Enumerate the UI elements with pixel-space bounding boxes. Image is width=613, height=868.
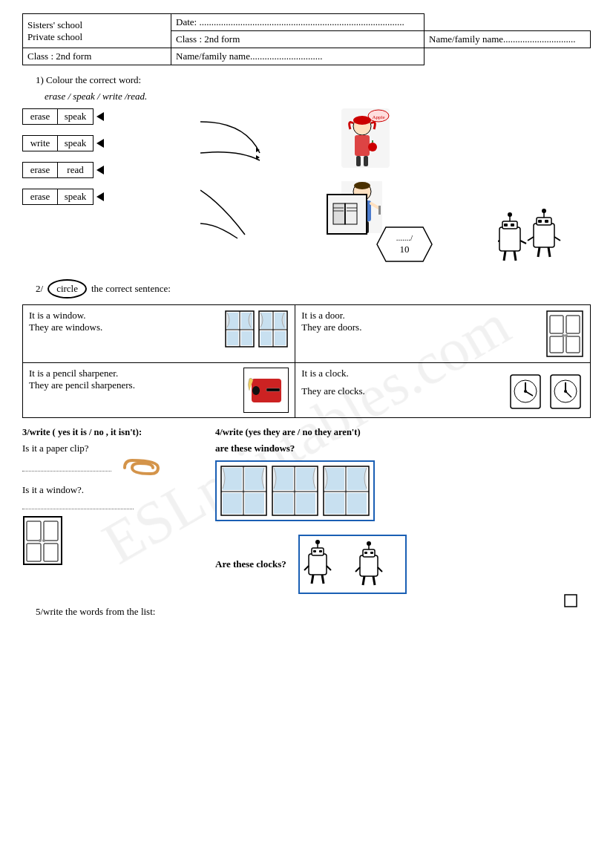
checkbox-right: [564, 594, 577, 607]
svg-line-36: [528, 237, 534, 241]
svg-rect-113: [313, 550, 316, 552]
section3-q1: Is it a paper clip?: [22, 443, 200, 454]
svg-line-28: [504, 251, 505, 261]
svg-line-117: [312, 575, 313, 584]
paperclip-illustration: [117, 457, 169, 478]
svg-point-82: [564, 390, 567, 393]
svg-line-15: [371, 203, 378, 208]
school-info: Sisters' school Private school: [23, 14, 171, 48]
section2-suffix: the correct sentence:: [91, 283, 171, 295]
svg-line-27: [520, 241, 526, 244]
word-pairs-section: erase speak write speak erase read: [22, 108, 186, 209]
school1: Sisters' school: [27, 19, 82, 30]
svg-rect-34: [538, 220, 542, 223]
svg-rect-10: [364, 156, 368, 166]
class-row: Class : 2nd form: [23, 48, 171, 65]
svg-rect-85: [44, 521, 58, 541]
svg-rect-95: [223, 493, 242, 514]
part1-layout: erase speak write speak erase read: [22, 108, 591, 272]
svg-line-126: [378, 567, 382, 572]
svg-rect-114: [319, 550, 322, 552]
svg-rect-102: [274, 493, 293, 514]
svg-point-69: [565, 334, 568, 337]
svg-rect-42: [333, 203, 345, 224]
door-sentence1: It is a door.: [301, 310, 361, 322]
svg-line-37: [554, 237, 560, 241]
section4-q1: are these windows?: [215, 443, 591, 454]
svg-point-71: [252, 386, 260, 395]
svg-line-127: [363, 576, 364, 585]
svg-rect-61: [260, 331, 272, 345]
svg-rect-131: [565, 595, 577, 607]
svg-line-125: [355, 567, 360, 572]
window3-illus: [22, 515, 200, 566]
svg-rect-16: [378, 206, 381, 215]
arrow-1: [96, 112, 104, 121]
svg-rect-84: [27, 521, 41, 541]
section1-title: 1) Colour the correct word:: [36, 74, 591, 86]
score-badge-svg: ......./ 10: [371, 224, 438, 265]
clock-cell-content: It is a clock. They are clocks.: [301, 368, 584, 412]
robotclock1-svg: [303, 539, 351, 590]
window-text: It is a window. They are windows.: [29, 310, 102, 333]
window3-svg: [22, 515, 63, 566]
svg-rect-22: [499, 227, 520, 251]
svg-rect-93: [223, 468, 242, 490]
svg-rect-100: [274, 468, 293, 490]
svg-point-130: [367, 541, 371, 546]
school2: Private school: [27, 31, 82, 42]
book-illustration: [327, 194, 367, 235]
svg-rect-72: [266, 388, 280, 391]
svg-line-116: [327, 566, 331, 570]
svg-point-68: [562, 334, 565, 337]
svg-point-88: [39, 539, 42, 542]
word-pair-1: erase speak: [22, 108, 186, 125]
svg-rect-43: [345, 203, 357, 224]
svg-point-5: [353, 116, 371, 125]
checkbox-svg: [564, 594, 577, 607]
robot-svg: [498, 205, 568, 272]
svg-rect-25: [511, 223, 514, 226]
svg-line-39: [548, 247, 550, 257]
svg-point-7: [368, 143, 377, 151]
clock-sentence1: It is a clock.: [301, 368, 365, 379]
clocks-blue-box: [298, 535, 407, 594]
word-speak-1: speak: [58, 108, 94, 125]
window-sentence1: It is a window.: [29, 310, 102, 322]
clock1-svg: [507, 368, 544, 412]
clock2-svg: [547, 368, 584, 412]
word-erase-2: erase: [22, 162, 58, 178]
sentences-grid: It is a window. They are windows.: [22, 304, 591, 418]
door-svg: [545, 310, 584, 358]
door-cell-content: It is a door. They are doors.: [301, 310, 584, 358]
class-label: Class : 2nd form: [171, 31, 424, 48]
svg-rect-103: [296, 493, 315, 514]
door-illustration: [545, 310, 584, 358]
svg-point-41: [542, 209, 546, 213]
window-cell-content: It is a window. They are windows.: [29, 310, 289, 348]
connector-lines: [200, 108, 334, 272]
cell-sharpener: It is a pencil sharpener. They are penci…: [23, 363, 295, 418]
section5-title: 5/write the words from the list:: [36, 606, 591, 618]
window-sentence2: They are windows.: [29, 322, 102, 333]
window-illustrations: [224, 310, 289, 348]
window4b-svg: [271, 465, 319, 517]
svg-rect-9: [356, 156, 361, 166]
svg-point-31: [508, 212, 512, 217]
svg-rect-111: [309, 554, 327, 575]
word-pair-2: write speak: [22, 135, 186, 151]
svg-rect-124: [370, 552, 373, 554]
clip-area: [22, 457, 200, 478]
svg-rect-65: [566, 316, 580, 333]
sharpener-illustration: [243, 368, 289, 413]
q1-answer-line: [22, 461, 111, 471]
section3: 3/write ( yes it is / no , it isn't): Is…: [22, 427, 200, 594]
cell-clock: It is a clock. They are clocks.: [295, 363, 591, 418]
svg-point-120: [315, 540, 320, 544]
window2-svg: [258, 310, 289, 348]
svg-rect-6: [355, 135, 370, 156]
date-field: Date: ..................................…: [171, 14, 424, 31]
paperclip-svg: [117, 457, 169, 478]
word-pair-3: erase read: [22, 162, 186, 178]
robotclock2-svg: [354, 539, 402, 590]
